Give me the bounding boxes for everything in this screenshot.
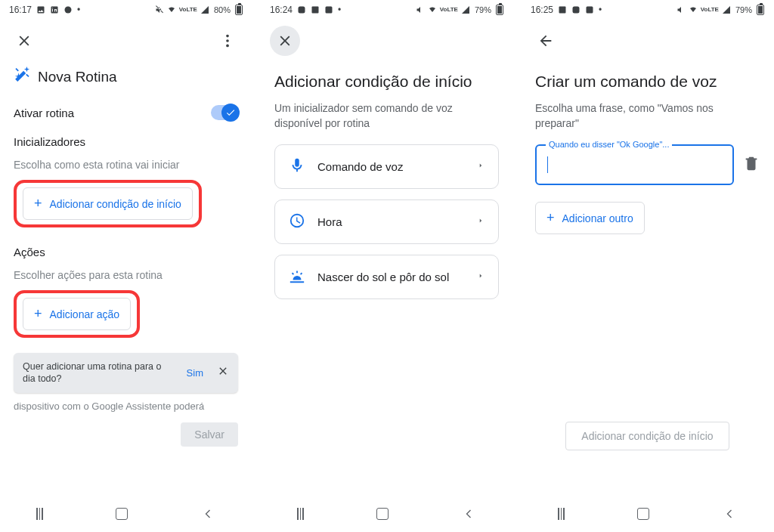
svg-rect-6 [559, 7, 566, 14]
volte-icon: VoLTE [179, 7, 197, 13]
instagram-icon [571, 5, 580, 14]
snackbar-yes-button[interactable]: Sim [181, 364, 209, 382]
back-icon[interactable] [461, 506, 476, 521]
svg-rect-4 [299, 7, 305, 14]
add-another-button[interactable]: + Adicionar outro [535, 202, 645, 234]
activate-switch[interactable] [211, 105, 238, 120]
magic-wand-icon [14, 66, 30, 87]
page-subtitle: Um inicializador sem comando de voz disp… [274, 101, 499, 131]
option-label: Comando de voz [317, 160, 403, 173]
appbar [261, 20, 512, 62]
recents-icon[interactable] [297, 508, 304, 520]
system-navbar [261, 496, 512, 532]
snackbar-message: Quer adicionar uma rotina para o dia tod… [23, 360, 173, 385]
close-icon[interactable] [270, 26, 300, 56]
svg-rect-8 [587, 7, 593, 14]
option-voice-command[interactable]: Comando de voz [274, 144, 499, 189]
wifi-icon [689, 5, 698, 14]
svg-point-1 [226, 35, 229, 38]
delete-icon[interactable] [743, 155, 760, 175]
system-navbar [522, 496, 773, 532]
page-heading: Criar um comando de voz [535, 73, 760, 91]
home-icon[interactable] [637, 508, 649, 520]
add-start-condition-footer-button[interactable]: Adicionar condição de início [565, 422, 729, 450]
page-title: Nova Rotina [14, 66, 238, 87]
statusbar: 16:25 • VoLTE 79% [522, 0, 773, 20]
svg-point-3 [226, 45, 229, 48]
back-icon[interactable] [722, 506, 737, 521]
add-action-button[interactable]: + Adicionar ação [23, 298, 131, 330]
battery-icon [235, 5, 243, 15]
image-icon [36, 5, 45, 14]
page-heading: Adicionar condição de início [274, 73, 499, 91]
battery-icon [757, 5, 764, 15]
option-sun[interactable]: Nascer do sol e pôr do sol [274, 255, 499, 299]
initializers-hint: Escolha como esta rotina vai iniciar [14, 159, 238, 171]
chevron-right-icon [477, 215, 485, 229]
linkedin-icon [585, 5, 594, 14]
field-floating-label: Quando eu disser "Ok Google"... [546, 140, 672, 149]
highlight-add-start: + Adicionar condição de início [14, 180, 202, 227]
svg-point-0 [65, 7, 72, 14]
option-label: Hora [317, 215, 342, 228]
add-start-condition-label: Adicionar condição de início [50, 198, 181, 210]
system-navbar [0, 496, 252, 532]
back-icon[interactable] [200, 506, 215, 521]
signal-icon [200, 5, 209, 14]
signal-icon [461, 5, 470, 14]
page-subtitle: Escolha uma frase, como "Vamos nos prepa… [535, 101, 760, 131]
activate-routine-row[interactable]: Ativar rotina [14, 101, 238, 131]
battery-icon [496, 5, 503, 15]
home-icon[interactable] [376, 508, 389, 520]
text-cursor [547, 156, 548, 173]
add-start-condition-button[interactable]: + Adicionar condição de início [23, 187, 193, 220]
chevron-right-icon [477, 270, 485, 284]
plus-icon: + [546, 210, 555, 226]
close-icon[interactable] [9, 26, 39, 56]
more-icon: • [599, 5, 602, 15]
obscured-text: dispositivo com o Google Assistente pode… [14, 401, 238, 412]
clock-icon [289, 212, 305, 231]
instagram-icon [297, 5, 306, 14]
phone-screen-2: 16:24 • VoLTE 79% Adicionar condição de … [261, 0, 512, 532]
more-icon: • [77, 5, 80, 15]
image-icon [558, 5, 567, 14]
option-time[interactable]: Hora [274, 200, 499, 244]
actions-heading: Ações [14, 246, 238, 258]
mute-icon [155, 5, 164, 14]
status-time: 16:25 [531, 5, 553, 15]
phone-screen-3: 16:25 • VoLTE 79% Criar um comando de vo… [522, 0, 773, 532]
save-button[interactable]: Salvar [181, 422, 238, 447]
linkedin-icon [324, 5, 333, 14]
more-icon: • [338, 5, 341, 15]
add-another-label: Adicionar outro [562, 212, 633, 224]
snackbar-close-icon[interactable] [217, 365, 229, 380]
voice-phrase-input[interactable]: Quando eu disser "Ok Google"... [535, 144, 734, 185]
pinterest-icon [63, 5, 73, 14]
wifi-icon [167, 5, 176, 14]
highlight-add-action: + Adicionar ação [14, 290, 140, 338]
back-arrow-icon[interactable] [531, 26, 561, 56]
battery-percent: 80% [214, 5, 231, 14]
wifi-icon [428, 5, 437, 14]
mic-icon [289, 157, 305, 176]
status-time: 16:24 [270, 5, 293, 15]
option-label: Nascer do sol e pôr do sol [317, 271, 449, 283]
status-time: 16:17 [9, 5, 32, 15]
phone-screen-1: 16:17 • VoLTE 80% Nova Rotina [0, 0, 252, 532]
recents-icon[interactable] [558, 508, 565, 520]
battery-percent: 79% [475, 5, 491, 14]
recents-icon[interactable] [36, 508, 43, 520]
svg-point-2 [226, 39, 229, 42]
sunrise-icon [289, 268, 305, 286]
actions-hint: Escolher ações para esta rotina [14, 269, 238, 281]
snackbar: Quer adicionar uma rotina para o dia tod… [14, 353, 238, 393]
chevron-right-icon [477, 159, 485, 174]
page-title-text: Nova Rotina [38, 69, 117, 85]
home-icon[interactable] [116, 508, 128, 520]
image-icon [311, 5, 320, 14]
volte-icon: VoLTE [701, 7, 719, 13]
overflow-menu-icon[interactable] [212, 26, 243, 56]
appbar [522, 20, 773, 62]
initializers-heading: Inicializadores [14, 135, 238, 148]
